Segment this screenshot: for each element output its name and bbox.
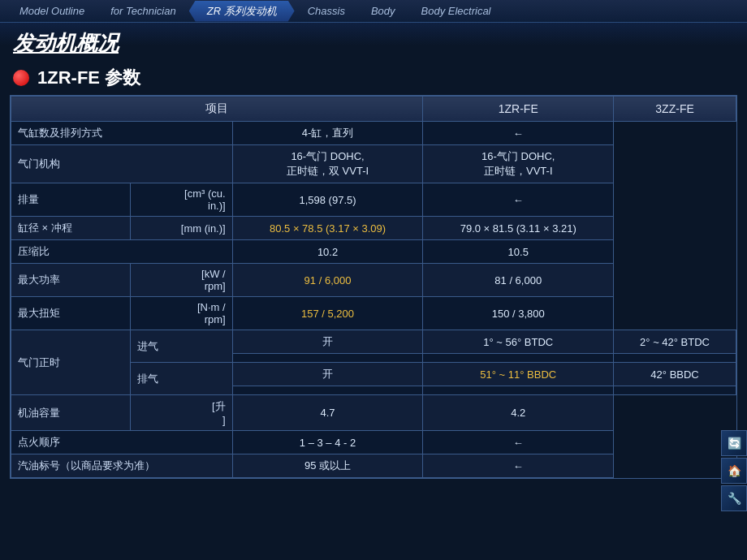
cell-val2-r8: 4.2 <box>423 395 614 431</box>
cell-close-val2-1 <box>614 386 736 395</box>
table-row: 最大扭矩[N·m / rpm]157 / 5,200150 / 3,800 <box>11 297 736 330</box>
table-row: 汽油标号（以商品要求为准）95 或以上← <box>11 454 736 478</box>
cell-val2-r6: 150 / 3,800 <box>423 297 614 330</box>
nav-item-model-outline[interactable]: Model Outline <box>6 2 97 20</box>
cell-val1-r2: 1,598 (97.5) <box>232 183 423 217</box>
section-header: 1ZR-FE 参数 <box>0 61 747 95</box>
cell-label1-r3: 缸径 × 冲程 <box>11 217 131 240</box>
cell-val1-r8: 4.7 <box>232 395 423 431</box>
cell-r4-c1: 10.2 <box>232 240 423 264</box>
params-table: 项目 1ZR-FE 3ZZ-FE 气缸数及排列方式4-缸，直列←气门机构16-气… <box>11 96 736 478</box>
cell-sublabel-1: 排气 <box>130 363 232 395</box>
nav-item-chassis[interactable]: Chassis <box>295 2 358 20</box>
cell-r9-c1: 1 – 3 – 4 - 2 <box>232 431 423 454</box>
cell-r0-c1: 4-缸，直列 <box>232 122 423 145</box>
cell-val2-r2: ← <box>423 183 614 217</box>
cell-close-val1-0 <box>423 354 614 363</box>
cell-unit-r3: [mm (in.)] <box>130 217 232 240</box>
table-row: 最大功率[kW / rpm]91 / 6,00081 / 6,000 <box>11 264 736 297</box>
cell-open-val1-1: 51° ~ 11° BBDC <box>423 363 614 386</box>
page-title-area: 发动机概况 <box>0 23 747 61</box>
cell-label1-r2: 排量 <box>11 183 131 217</box>
cell-r9-c2: ← <box>423 431 614 454</box>
cell-open-val2-0: 2° ~ 42° BTDC <box>614 330 736 354</box>
cell-close-val1-1 <box>423 386 614 395</box>
table-row: 缸径 × 冲程[mm (in.)]80.5 × 78.5 (3.17 × 3.0… <box>11 217 736 240</box>
side-nav-btn-tool[interactable]: 🔧 <box>721 485 747 511</box>
cell-r0-c0: 气缸数及排列方式 <box>11 122 233 145</box>
table-row: 排量[cm³ (cu. in.)]1,598 (97.5)← <box>11 183 736 217</box>
cell-r1-c0: 气门机构 <box>11 145 233 183</box>
cell-label1-r8: 机油容量 <box>11 395 131 431</box>
side-nav-btn-home[interactable]: 🏠 <box>721 458 747 484</box>
cell-unit-r6: [N·m / rpm] <box>130 297 232 330</box>
table-container: 项目 1ZR-FE 3ZZ-FE 气缸数及排列方式4-缸，直列←气门机构16-气… <box>10 95 737 479</box>
side-nav: 🔄 🏠 🔧 <box>721 430 747 511</box>
cell-r1-c1: 16-气门 DOHC, 正时链，双 VVT-I <box>232 145 423 183</box>
cell-val2-r5: 81 / 6,000 <box>423 264 614 297</box>
nav-item-zr-engine[interactable]: ZR 系列发动机 <box>189 1 295 22</box>
cell-r4-c2: 10.5 <box>423 240 614 264</box>
cell-close-label-0 <box>232 354 423 363</box>
cell-open-label-1: 开 <box>232 363 423 386</box>
cell-label1-r5: 最大功率 <box>11 264 131 297</box>
cell-unit-r8: [升 ] <box>130 395 232 431</box>
cell-r10-c1: 95 或以上 <box>232 454 423 478</box>
table-row: 气门机构16-气门 DOHC, 正时链，双 VVT-I16-气门 DOHC, 正… <box>11 145 736 183</box>
section-title: 1ZR-FE 参数 <box>37 66 140 90</box>
cell-valve-timing-label: 气门正时 <box>11 330 131 395</box>
table-header-row: 项目 1ZR-FE 3ZZ-FE <box>11 97 736 122</box>
cell-r10-c0: 汽油标号（以商品要求为准） <box>11 454 233 478</box>
side-nav-btn-refresh[interactable]: 🔄 <box>721 430 747 456</box>
col-header-1zr: 1ZR-FE <box>423 97 614 122</box>
cell-r9-c0: 点火顺序 <box>11 431 233 454</box>
nav-item-body[interactable]: Body <box>358 2 408 20</box>
cell-open-val1-0: 1° ~ 56° BTDC <box>423 330 614 354</box>
cell-unit-r5: [kW / rpm] <box>130 264 232 297</box>
cell-r1-c2: 16-气门 DOHC, 正时链，VVT-I <box>423 145 614 183</box>
cell-close-label-1 <box>232 386 423 395</box>
table-row: 点火顺序1 – 3 – 4 - 2← <box>11 431 736 454</box>
col-header-3zz: 3ZZ-FE <box>614 97 736 122</box>
cell-open-val2-1: 42° BBDC <box>614 363 736 386</box>
table-row-valve: 气门正时进气开1° ~ 56° BTDC2° ~ 42° BTDC <box>11 330 736 354</box>
cell-label1-r6: 最大扭矩 <box>11 297 131 330</box>
cell-val1-r3: 80.5 × 78.5 (3.17 × 3.09) <box>232 217 423 240</box>
table-row: 机油容量[升 ]4.74.2 <box>11 395 736 431</box>
table-row: 压缩比10.210.5 <box>11 240 736 264</box>
cell-val2-r3: 79.0 × 81.5 (3.11 × 3.21) <box>423 217 614 240</box>
section-icon <box>13 70 29 86</box>
page-title: 发动机概况 <box>13 29 734 58</box>
nav-item-body-electrical[interactable]: Body Electrical <box>408 2 504 20</box>
cell-r0-c2: ← <box>423 122 614 145</box>
cell-val1-r6: 157 / 5,200 <box>232 297 423 330</box>
nav-item-for-technician[interactable]: for Technician <box>97 2 188 20</box>
cell-sublabel-0: 进气 <box>130 330 232 363</box>
cell-r4-c0: 压缩比 <box>11 240 233 264</box>
cell-val1-r5: 91 / 6,000 <box>232 264 423 297</box>
cell-unit-r2: [cm³ (cu. in.)] <box>130 183 232 217</box>
nav-bar: Model Outline for Technician ZR 系列发动机 Ch… <box>0 0 747 23</box>
col-header-item: 项目 <box>11 97 423 122</box>
cell-open-label-0: 开 <box>232 330 423 354</box>
cell-r10-c2: ← <box>423 454 614 478</box>
table-row: 气缸数及排列方式4-缸，直列← <box>11 122 736 145</box>
cell-close-val2-0 <box>614 354 736 363</box>
